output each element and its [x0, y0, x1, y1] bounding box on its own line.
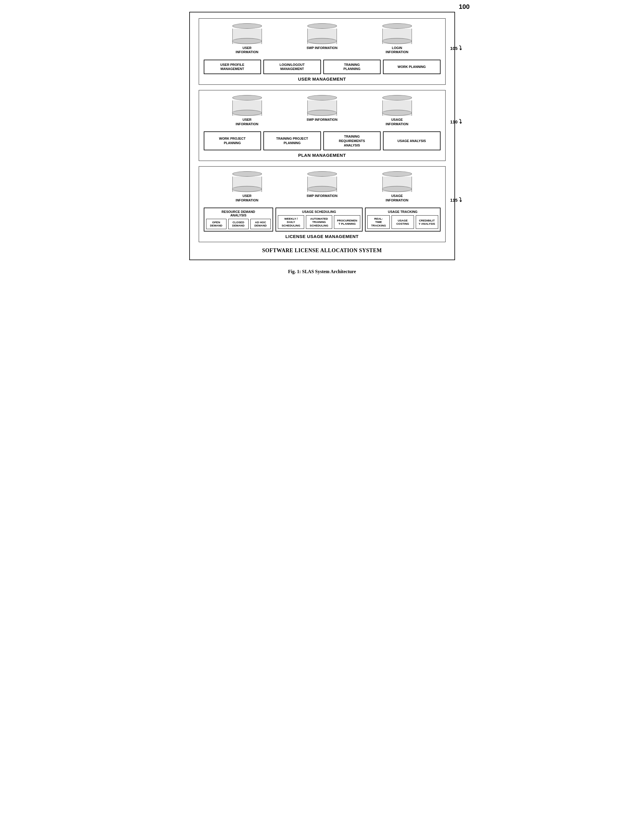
usage-costing: USAGE COSTING	[391, 215, 414, 229]
module-usage-analysis: USAGE ANALYSIS	[383, 132, 440, 151]
section3-box: USER INFORMATION SWP INFORMATION	[199, 166, 446, 242]
cylinder-top-8	[307, 171, 337, 176]
db-label-3: LOGIN INFORMATION	[386, 46, 408, 54]
module-training-project: TRAINING PROJECT PLANNING	[264, 132, 321, 151]
cylinder-9	[382, 171, 412, 192]
section2-wrapper: USER INFORMATION SWP INFORMATION	[199, 90, 446, 161]
outer-box: USER INFORMATION SWP INFORMATION	[189, 12, 455, 260]
usage-scheduling-sub-row: WEEKLY / DAILY SCHEDULING AUTOMATED TRAI…	[278, 215, 360, 229]
cylinder-body-6	[382, 100, 412, 116]
db-label-2: SWP INFORMATION	[307, 46, 337, 50]
db-label-6: USAGE INFORMATION	[386, 118, 408, 126]
cylinder-4	[232, 95, 262, 116]
cylinder-top-5	[307, 95, 337, 100]
module-login-logout: LOGIN/LOGOUT MANAGEMENT	[264, 60, 321, 74]
section2-db-row: USER INFORMATION SWP INFORMATION	[204, 95, 440, 126]
module-training-req: TRAINING REQUIREMENTS ANALYSIS	[324, 132, 381, 151]
cylinder-top-7	[232, 171, 262, 176]
section1-wrapper: USER INFORMATION SWP INFORMATION	[199, 18, 446, 85]
db-label-5: SWP INFORMATION	[307, 118, 337, 122]
cylinder-body-3	[382, 29, 412, 44]
cylinder-top-3	[382, 23, 412, 29]
procurement-planning: PROCUREMEN T PLANNING	[334, 215, 360, 229]
db-user-info-2: USER INFORMATION	[224, 95, 271, 126]
module-user-profile: USER PROFILE MANAGEMENT	[204, 60, 261, 74]
cylinder-top-6	[382, 95, 412, 100]
resource-demand-group: RESOURCE DEMAND ANALYSIS OPEN DEMAND CLO…	[204, 208, 273, 231]
section3-label: LICENSE USAGE MANAGEMENT	[204, 234, 440, 239]
section2-modules-row: WORK PROJECT PLANNING TRAINING PROJECT P…	[204, 132, 440, 151]
section1-modules-row: USER PROFILE MANAGEMENT LOGIN/LOGOUT MAN…	[204, 60, 440, 74]
section1-box: USER INFORMATION SWP INFORMATION	[199, 18, 446, 85]
section1-db-row: USER INFORMATION SWP INFORMATION	[204, 23, 440, 54]
cylinder-1	[232, 23, 262, 44]
cylinder-3	[382, 23, 412, 44]
module-work-planning: WORK PLANNING	[383, 60, 440, 74]
real-time-tracking: REAL- TIME TRACKING	[367, 215, 390, 229]
closed-demand: CLOSED DEMAND	[228, 219, 248, 229]
cylinder-7	[232, 171, 262, 192]
cylinder-top-1	[232, 23, 262, 29]
db-usage-info-3: USAGE INFORMATION	[374, 171, 421, 202]
top-reference-label: 100	[459, 3, 470, 11]
open-demand: OPEN DEMAND	[206, 219, 227, 229]
page-wrapper: 100 USER INFORMATION	[189, 12, 455, 274]
cylinder-top-9	[382, 171, 412, 176]
db-usage-info-2: USAGE INFORMATION	[374, 95, 421, 126]
db-label-7: USER INFORMATION	[236, 194, 258, 202]
db-swp-info-1: SWP INFORMATION	[299, 23, 346, 54]
bottom-title: SOFTWARE LICENSE ALLOCATION SYSTEM	[199, 247, 446, 254]
db-label-4: USER INFORMATION	[236, 118, 258, 126]
cylinder-6	[382, 95, 412, 116]
usage-tracking-sub-row: REAL- TIME TRACKING USAGE COSTING CREDIB…	[367, 215, 438, 229]
section3-top-modules: RESOURCE DEMAND ANALYSIS OPEN DEMAND CLO…	[204, 208, 440, 231]
cylinder-body-4	[232, 100, 262, 116]
weekly-daily: WEEKLY / DAILY SCHEDULING	[278, 215, 304, 229]
bracket-115: 115 ⤵	[450, 197, 462, 204]
section2-box: USER INFORMATION SWP INFORMATION	[199, 90, 446, 161]
section1-label: USER MANAGEMENT	[204, 77, 440, 81]
bracket-105: 105 ⤵	[450, 45, 462, 52]
db-user-info-3: USER INFORMATION	[224, 171, 271, 202]
adhoc-demand: AD HOC DEMAND	[250, 219, 271, 229]
db-label-1: USER INFORMATION	[236, 46, 258, 54]
credibility-analysis: CREDIBILIT Y ANALYSIS	[416, 215, 438, 229]
cylinder-body-2	[307, 29, 337, 44]
usage-scheduling-group: USAGE SCHEDULING WEEKLY / DAILY SCHEDULI…	[276, 208, 363, 231]
cylinder-5	[307, 95, 337, 116]
cylinder-top-2	[307, 23, 337, 29]
db-label-9: USAGE INFORMATION	[386, 194, 408, 202]
bracket-110: 110 ⤵	[450, 118, 462, 125]
cylinder-body-9	[382, 176, 412, 192]
cylinder-body-5	[307, 100, 337, 116]
cylinder-8	[307, 171, 337, 192]
module-work-project: WORK PROJECT PLANNING	[204, 132, 261, 151]
section3-db-row: USER INFORMATION SWP INFORMATION	[204, 171, 440, 202]
cylinder-top-4	[232, 95, 262, 100]
usage-tracking-group: USAGE TRACKING REAL- TIME TRACKING USAGE…	[365, 208, 440, 231]
cylinder-body-7	[232, 176, 262, 192]
resource-demand-title: RESOURCE DEMAND ANALYSIS	[206, 210, 271, 217]
db-user-info-1: USER INFORMATION	[224, 23, 271, 54]
cylinder-body-1	[232, 29, 262, 44]
automated-training: AUTOMATED TRAINING SCHEDULING	[306, 215, 332, 229]
section3-wrapper: USER INFORMATION SWP INFORMATION	[199, 166, 446, 242]
figure-caption: Fig. 1: SLAS System Architecture	[189, 269, 455, 274]
module-training-planning-1: TRAINING PLANNING	[324, 60, 381, 74]
db-swp-info-2: SWP INFORMATION	[299, 95, 346, 126]
db-label-8: SWP INFORMATION	[307, 194, 337, 198]
section2-label: PLAN MANAGEMENT	[204, 153, 440, 158]
usage-tracking-title: USAGE TRACKING	[367, 210, 438, 213]
db-login-info-1: LOGIN INFORMATION	[374, 23, 421, 54]
resource-demand-sub-row: OPEN DEMAND CLOSED DEMAND AD HOC DEMAND	[206, 219, 271, 229]
usage-scheduling-title: USAGE SCHEDULING	[278, 210, 360, 213]
cylinder-body-8	[307, 176, 337, 192]
db-swp-info-3: SWP INFORMATION	[299, 171, 346, 202]
cylinder-2	[307, 23, 337, 44]
